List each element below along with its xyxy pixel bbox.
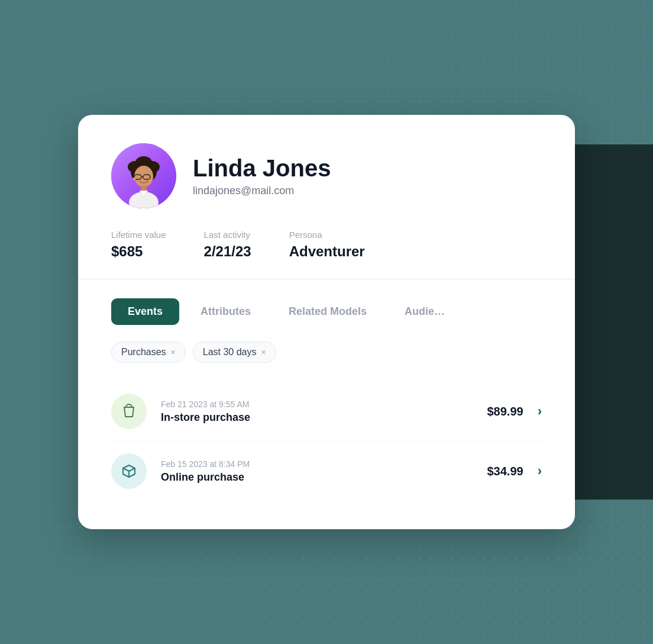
profile-info: Linda Jones lindajones@mail.com <box>193 155 331 197</box>
svg-point-8 <box>133 178 135 180</box>
event-timestamp-1: Feb 21 2023 at 9:55 AM <box>161 400 473 409</box>
tab-related-models[interactable]: Related Models <box>272 298 383 325</box>
chevron-right-icon-2[interactable]: › <box>538 463 542 479</box>
filter-row: Purchases × Last 30 days × <box>111 342 542 363</box>
event-amount-2: $34.99 <box>487 465 523 478</box>
stats-row: Lifetime value $685 Last activity 2/21/2… <box>111 230 542 260</box>
stat-persona: Persona Adventurer <box>289 230 365 260</box>
svg-rect-9 <box>141 186 147 191</box>
event-right-2: $34.99 › <box>487 463 542 479</box>
event-icon-box <box>111 453 147 489</box>
stat-value-persona: Adventurer <box>289 243 365 260</box>
stat-last-activity: Last activity 2/21/23 <box>204 230 251 260</box>
event-amount-1: $89.99 <box>487 405 523 418</box>
chevron-right-icon-1[interactable]: › <box>538 404 542 419</box>
event-details-2: Feb 15 2023 at 8:34 PM Online purchase <box>161 459 473 484</box>
filter-close-purchases[interactable]: × <box>171 348 176 356</box>
event-item-1: Feb 21 2023 at 9:55 AM In-store purchase… <box>111 382 542 442</box>
events-list: Feb 21 2023 at 9:55 AM In-store purchase… <box>78 382 575 529</box>
filter-label-last-30-days: Last 30 days <box>203 347 257 358</box>
tab-events[interactable]: Events <box>111 298 179 325</box>
profile-name: Linda Jones <box>193 155 331 181</box>
tabs-row: Events Attributes Related Models Audie… <box>111 298 542 325</box>
event-right-1: $89.99 › <box>487 404 542 419</box>
event-details-1: Feb 21 2023 at 9:55 AM In-store purchase <box>161 400 473 424</box>
avatar <box>111 143 176 208</box>
event-name-1: In-store purchase <box>161 411 473 424</box>
filter-close-last-30-days[interactable]: × <box>261 348 266 356</box>
event-name-2: Online purchase <box>161 471 473 484</box>
event-item-2: Feb 15 2023 at 8:34 PM Online purchase $… <box>111 442 542 501</box>
stat-label-lifetime: Lifetime value <box>111 230 166 240</box>
stat-lifetime-value: Lifetime value $685 <box>111 230 166 260</box>
profile-card: Linda Jones lindajones@mail.com Lifetime… <box>78 115 575 529</box>
tab-attributes[interactable]: Attributes <box>184 298 267 325</box>
stat-label-activity: Last activity <box>204 230 251 240</box>
event-timestamp-2: Feb 15 2023 at 8:34 PM <box>161 459 473 469</box>
tab-audiences[interactable]: Audie… <box>388 298 461 325</box>
event-icon-shopping-bag <box>111 394 147 429</box>
stat-value-activity: 2/21/23 <box>204 243 251 260</box>
filter-chip-purchases[interactable]: Purchases × <box>111 342 186 363</box>
tabs-section: Events Attributes Related Models Audie… … <box>78 279 575 363</box>
profile-section: Linda Jones lindajones@mail.com Lifetime… <box>78 115 575 279</box>
stat-value-lifetime: $685 <box>111 243 166 260</box>
filter-label-purchases: Purchases <box>121 347 166 358</box>
stat-label-persona: Persona <box>289 230 365 240</box>
profile-email: lindajones@mail.com <box>193 185 331 197</box>
profile-header: Linda Jones lindajones@mail.com <box>111 143 542 208</box>
filter-chip-last-30-days[interactable]: Last 30 days × <box>193 342 276 363</box>
